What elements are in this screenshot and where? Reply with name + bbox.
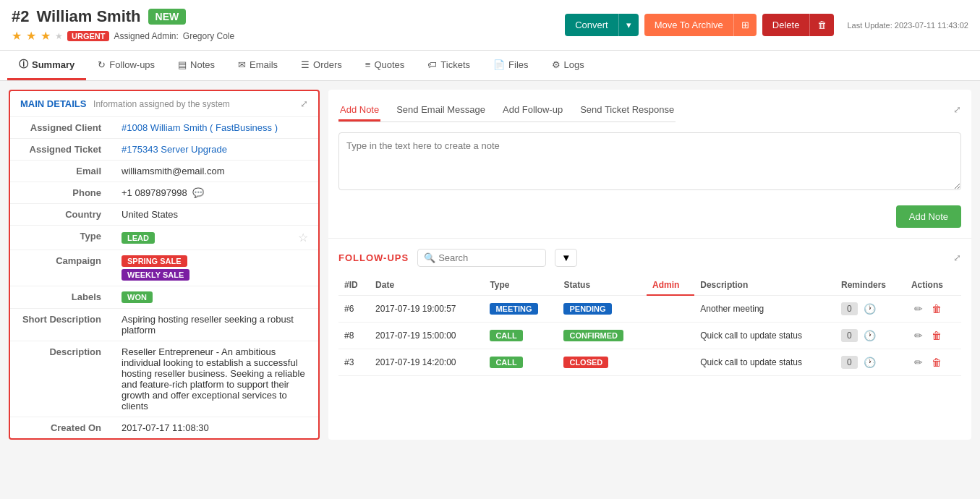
fu-description: Quick call to update status <box>694 349 835 375</box>
followups-section: FOLLOW-UPS 🔍 ▼ ⤢ #ID Date Type Status <box>328 239 971 386</box>
reminder-clock-button[interactable]: 🕐 <box>861 355 879 370</box>
followups-expand-icon[interactable]: ⤢ <box>953 252 961 263</box>
archive-icon-button[interactable]: ⊞ <box>733 14 757 36</box>
tab-quotes[interactable]: ≡ Quotes <box>354 51 417 80</box>
created-on-label: Created On <box>10 417 111 439</box>
delete-row-button[interactable]: 🗑 <box>929 355 945 370</box>
assigned-admin-label: Assigned Admin: <box>114 31 178 41</box>
convert-dropdown-button[interactable]: ▾ <box>618 14 639 36</box>
tab-summary[interactable]: ⓘ Summary <box>7 51 86 80</box>
ticket-number-name: #2 <box>12 7 29 26</box>
followups-header: FOLLOW-UPS 🔍 ▼ ⤢ <box>338 249 961 267</box>
phone-value: +1 0897897998 💬 <box>111 182 318 204</box>
followups-table: #ID Date Type Status Admin Description R… <box>338 276 961 376</box>
filter-button[interactable]: ▼ <box>555 249 577 267</box>
status-badge-new: NEW <box>148 9 187 25</box>
tab-tickets[interactable]: 🏷 Tickets <box>416 51 482 80</box>
campaign-value: SPRING SALE WEEKLY SALE <box>111 250 318 286</box>
reminders-actions: 0 🕐 <box>841 302 900 316</box>
followups-icon: ↻ <box>98 59 106 70</box>
header-left: #2 William Smith NEW ★ ★ ★ ★ URGENT Assi… <box>12 7 234 43</box>
tab-add-note[interactable]: Add Note <box>338 100 380 121</box>
main-content: MAIN DETAILS Information assigned by the… <box>0 81 980 448</box>
tab-emails[interactable]: ✉ Emails <box>226 51 289 80</box>
col-date: Date <box>370 276 484 295</box>
delete-row-button[interactable]: 🗑 <box>929 328 945 343</box>
files-icon: 📄 <box>493 59 505 70</box>
archive-button-group: Move To Archive ⊞ <box>644 14 757 36</box>
search-icon: 🔍 <box>424 252 435 263</box>
fu-description: Quick call to update status <box>694 322 835 349</box>
status-badge: CLOSED <box>563 357 608 368</box>
tab-logs[interactable]: ⚙ Logs <box>540 51 596 80</box>
assigned-client-label: Assigned Client <box>10 117 111 139</box>
fu-admin <box>647 349 694 375</box>
short-desc-value: Aspiring hosting reseller seeking a robu… <box>111 309 318 341</box>
table-row: Created On 2017-07-17 11:08:30 <box>10 417 318 439</box>
reminder-clock-button[interactable]: 🕐 <box>861 328 879 343</box>
tab-send-email[interactable]: Send Email Message <box>395 100 487 121</box>
fu-type: CALL <box>484 322 558 349</box>
delete-row-button[interactable]: 🗑 <box>929 302 945 316</box>
created-on-value: 2017-07-17 11:08:30 <box>111 417 318 439</box>
short-desc-label: Short Description <box>10 309 111 341</box>
edit-button[interactable]: ✏ <box>911 355 926 370</box>
fu-actions: ✏ 🗑 <box>906 322 961 349</box>
badge-won: WON <box>122 291 153 303</box>
fu-id: #8 <box>338 322 370 349</box>
last-update: Last Update: 2023-07-11 11:43:02 <box>847 21 968 30</box>
fu-description: Another meeting <box>694 295 835 322</box>
reminder-clock-button[interactable]: 🕐 <box>861 302 879 316</box>
fu-actions: ✏ 🗑 <box>906 295 961 322</box>
table-row: Campaign SPRING SALE WEEKLY SALE <box>10 250 318 286</box>
main-details-heading: MAIN DETAILS Information assigned by the… <box>20 98 230 109</box>
table-row: #6 2017-07-19 19:00:57 MEETING PENDING A… <box>338 295 961 322</box>
collapse-icon[interactable]: ⤢ <box>300 98 308 109</box>
fu-status: CONFIRMED <box>558 322 647 349</box>
tab-files[interactable]: 📄 Files <box>482 51 540 80</box>
col-admin: Admin <box>647 276 694 295</box>
table-row: #3 2017-07-19 14:20:00 CALL CLOSED Quick… <box>338 349 961 375</box>
header-actions: Convert ▾ Move To Archive ⊞ Delete 🗑 Las… <box>565 14 968 36</box>
row-actions: ✏ 🗑 <box>911 328 955 343</box>
col-type: Type <box>484 276 558 295</box>
badge-lead: LEAD <box>122 232 155 244</box>
summary-icon: ⓘ <box>19 58 28 71</box>
reminder-count: 0 <box>841 356 858 369</box>
tab-orders[interactable]: ☰ Orders <box>289 51 354 80</box>
tab-add-followup[interactable]: Add Follow-up <box>501 100 564 121</box>
notes-expand-icon[interactable]: ⤢ <box>953 104 961 115</box>
assigned-client-link[interactable]: #1008 William Smith ( FastBusiness ) <box>122 122 278 133</box>
favorite-star-icon[interactable]: ☆ <box>298 231 308 244</box>
delete-button-group: Delete 🗑 <box>762 14 835 36</box>
table-row: Type LEAD ☆ <box>10 226 318 250</box>
followups-title: FOLLOW-UPS <box>338 252 409 263</box>
description-value: Reseller Entrepreneur - An ambitious ind… <box>111 341 318 417</box>
table-row: Phone +1 0897897998 💬 <box>10 182 318 204</box>
orders-icon: ☰ <box>301 59 310 70</box>
labels-value: WON <box>111 286 318 309</box>
table-row: Description Reseller Entrepreneur - An a… <box>10 341 318 417</box>
col-reminders: Reminders <box>835 276 906 295</box>
search-input[interactable] <box>438 252 540 263</box>
campaign-spring-badge: SPRING SALE <box>122 255 308 269</box>
delete-icon-button[interactable]: 🗑 <box>809 14 834 36</box>
note-textarea[interactable] <box>338 132 961 190</box>
assigned-ticket-link[interactable]: #175343 Server Upgrade <box>122 144 227 155</box>
tab-send-ticket[interactable]: Send Ticket Response <box>579 100 676 121</box>
status-badge: CONFIRMED <box>563 330 623 341</box>
fu-reminders: 0 🕐 <box>835 295 906 322</box>
fu-actions: ✏ 🗑 <box>906 349 961 375</box>
add-note-button[interactable]: Add Note <box>896 205 961 228</box>
edit-button[interactable]: ✏ <box>911 328 926 343</box>
logs-icon: ⚙ <box>552 59 561 70</box>
tab-followups[interactable]: ↻ Follow-ups <box>86 51 166 80</box>
edit-button[interactable]: ✏ <box>911 302 926 316</box>
left-panel-header: MAIN DETAILS Information assigned by the… <box>10 91 318 116</box>
tab-notes[interactable]: ▤ Notes <box>166 51 226 80</box>
delete-button[interactable]: Delete <box>762 14 810 36</box>
header-title-row: #2 William Smith NEW <box>12 7 234 26</box>
left-panel: MAIN DETAILS Information assigned by the… <box>9 90 320 440</box>
archive-button[interactable]: Move To Archive <box>644 14 733 36</box>
convert-button[interactable]: Convert <box>565 14 618 36</box>
